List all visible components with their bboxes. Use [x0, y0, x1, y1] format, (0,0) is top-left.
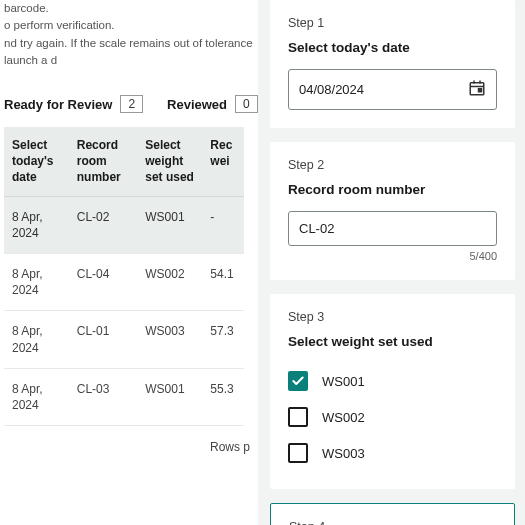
- weight-set-option[interactable]: WS003: [288, 435, 497, 471]
- cell-date: 8 Apr, 2024: [4, 368, 69, 425]
- cell-date: 8 Apr, 2024: [4, 196, 69, 253]
- step-4-card: Step 4 Record weight 56.1: [270, 503, 515, 525]
- cell-date: 8 Apr, 2024: [4, 253, 69, 310]
- cell-rec: 55.3: [202, 368, 244, 425]
- step-label: Step 1: [288, 16, 497, 30]
- ready-count: 2: [120, 95, 143, 113]
- col-room[interactable]: Record room number: [69, 127, 137, 196]
- table-row[interactable]: 8 Apr, 2024CL-03WS00155.3: [4, 368, 244, 425]
- reviewed-count: 0: [235, 95, 258, 113]
- reviewed-status[interactable]: Reviewed 0: [167, 95, 258, 113]
- calendar-icon[interactable]: [468, 79, 486, 100]
- cell-wset: WS001: [137, 368, 202, 425]
- cell-room: CL-03: [69, 368, 137, 425]
- checkbox-label: WS002: [322, 410, 365, 425]
- step-2-card: Step 2 Record room number CL-02 5/400: [270, 142, 515, 280]
- weight-set-option[interactable]: WS002: [288, 399, 497, 435]
- cell-date: 8 Apr, 2024: [4, 311, 69, 368]
- records-table: Select today's date Record room number S…: [4, 127, 244, 426]
- char-counter: 5/400: [288, 250, 497, 262]
- reviewed-label: Reviewed: [167, 97, 227, 112]
- weight-set-option[interactable]: WS001: [288, 363, 497, 399]
- checkbox-label: WS003: [322, 446, 365, 461]
- instr-line: o perform verification.: [4, 17, 258, 34]
- cell-rec: -: [202, 196, 244, 253]
- room-number-input[interactable]: CL-02: [288, 211, 497, 246]
- date-input[interactable]: 04/08/2024: [288, 69, 497, 110]
- ready-for-review-status[interactable]: Ready for Review 2: [4, 95, 143, 113]
- step-title: Record room number: [288, 182, 497, 197]
- checkbox[interactable]: [288, 407, 308, 427]
- step-label: Step 2: [288, 158, 497, 172]
- table-row[interactable]: 8 Apr, 2024CL-01WS00357.3: [4, 311, 244, 368]
- step-label: Step 4: [289, 520, 496, 525]
- rows-per-page-label: Rows p: [4, 426, 258, 454]
- svg-rect-4: [479, 89, 482, 92]
- table-row[interactable]: 8 Apr, 2024CL-02WS001-: [4, 196, 244, 253]
- col-record-weight[interactable]: Rec wei: [202, 127, 244, 196]
- col-date[interactable]: Select today's date: [4, 127, 69, 196]
- table-row[interactable]: 8 Apr, 2024CL-04WS00254.1: [4, 253, 244, 310]
- date-value: 04/08/2024: [299, 82, 364, 97]
- checkbox[interactable]: [288, 371, 308, 391]
- cell-rec: 57.3: [202, 311, 244, 368]
- cell-rec: 54.1: [202, 253, 244, 310]
- step-1-card: Step 1 Select today's date 04/08/2024: [270, 0, 515, 128]
- ready-label: Ready for Review: [4, 97, 112, 112]
- col-weight-set[interactable]: Select weight set used: [137, 127, 202, 196]
- cell-room: CL-01: [69, 311, 137, 368]
- cell-room: CL-04: [69, 253, 137, 310]
- instructions-text: barcode. o perform verification. nd try …: [4, 0, 258, 77]
- cell-wset: WS002: [137, 253, 202, 310]
- step-3-card: Step 3 Select weight set used WS001WS002…: [270, 294, 515, 489]
- records-panel: barcode. o perform verification. nd try …: [0, 0, 258, 525]
- room-value: CL-02: [299, 221, 334, 236]
- checkbox[interactable]: [288, 443, 308, 463]
- review-status-bar: Ready for Review 2 Reviewed 0: [4, 77, 258, 127]
- step-title: Select today's date: [288, 40, 497, 55]
- form-panel: Step 1 Select today's date 04/08/2024 St…: [258, 0, 525, 525]
- cell-room: CL-02: [69, 196, 137, 253]
- step-label: Step 3: [288, 310, 497, 324]
- cell-wset: WS001: [137, 196, 202, 253]
- cell-wset: WS003: [137, 311, 202, 368]
- instr-line: nd try again. If the scale remains out o…: [4, 35, 258, 70]
- step-title: Select weight set used: [288, 334, 497, 349]
- checkbox-label: WS001: [322, 374, 365, 389]
- instr-line: barcode.: [4, 0, 258, 17]
